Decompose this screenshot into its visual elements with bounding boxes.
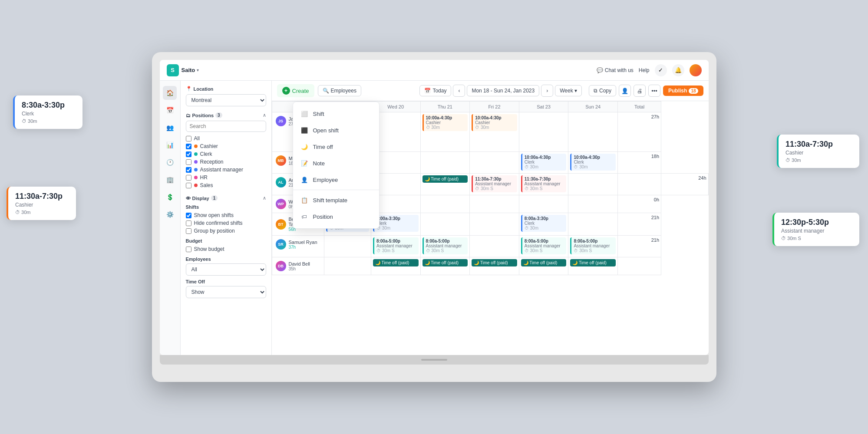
bell-button[interactable]: 🔔: [672, 64, 684, 76]
schedule-cell[interactable]: 11:30a-7:30p Assistant manager ⏱ 30m S: [470, 174, 519, 195]
more-button[interactable]: •••: [648, 85, 660, 97]
schedule-cell[interactable]: 8:00a-5:00p Assistant manager ⏱ 30m S: [519, 236, 568, 257]
shift-block[interactable]: 10:00a-4:30p Clerk ⏱ 30m: [570, 154, 616, 171]
shift-block[interactable]: 10:00a-4:30p Cashier ⏱ 30m: [422, 114, 468, 131]
schedule-cell[interactable]: [420, 152, 470, 174]
shift-block[interactable]: 8:00a-5:00p Assistant manager ⏱ 30m S: [422, 237, 468, 254]
schedule-cell[interactable]: 🌙 Time off (paid): [420, 257, 470, 275]
week-select[interactable]: Week ▾: [555, 85, 582, 96]
position-clerk[interactable]: Clerk: [186, 150, 266, 158]
schedule-cell[interactable]: [470, 236, 519, 257]
create-button[interactable]: + Create: [277, 84, 314, 97]
schedule-cell[interactable]: 10:00a-4:30p Cashier ⏱ 30m: [420, 112, 470, 152]
position-reception[interactable]: Reception: [186, 158, 266, 166]
schedule-cell[interactable]: 🌙 Time off (paid): [470, 257, 519, 275]
schedule-nav[interactable]: 📅: [163, 103, 177, 117]
schedule-cell[interactable]: [568, 195, 618, 213]
position-cashier[interactable]: Cashier: [186, 142, 266, 150]
schedule-cell[interactable]: 8:00a-3:30p Clerk ⏱ 30m: [519, 213, 568, 236]
shift-menu-item[interactable]: ⬜ Shift: [293, 105, 379, 122]
hide-confirmed-shifts-check[interactable]: Hide confirmed shifts: [186, 219, 266, 227]
display-collapse[interactable]: ∧: [263, 195, 266, 201]
next-week-button[interactable]: ›: [541, 85, 553, 97]
schedule-cell[interactable]: 8:00a-5:00p Assistant manager ⏱ 30m S: [568, 236, 618, 257]
settings-nav[interactable]: ⚙️: [163, 207, 177, 221]
schedule-cell[interactable]: [324, 257, 371, 275]
timeoff-filter[interactable]: Show: [186, 286, 266, 298]
time-off-menu-item[interactable]: 🌙 Time off: [293, 138, 379, 155]
schedule-cell[interactable]: 8:00a-5:00p Assistant manager ⏱ 30m S: [371, 236, 420, 257]
schedule-cell[interactable]: 8:00a-5:00p Assistant manager ⏱ 30m S: [420, 236, 470, 257]
employees-search-btn[interactable]: 🔍 Employees: [318, 85, 361, 96]
chart-nav[interactable]: 📊: [163, 138, 177, 152]
chat-button[interactable]: 💬 Chat with us: [597, 67, 634, 73]
shift-block[interactable]: 10:00a-4:30p Clerk ⏱ 30m: [521, 154, 567, 171]
schedule-cell[interactable]: 11:30a-7:30p Assistant manager ⏱ 30m S: [519, 174, 568, 195]
position-assistant-manager[interactable]: Assistant manager: [186, 166, 266, 174]
schedule-cell[interactable]: [519, 112, 568, 152]
copy-button[interactable]: ⧉ Copy: [589, 85, 616, 96]
home-nav[interactable]: 🏠: [163, 86, 177, 100]
dollar-nav[interactable]: 💲: [163, 190, 177, 204]
schedule-cell[interactable]: 10:00a-4:30p Clerk ⏱ 30m: [519, 152, 568, 174]
people-nav[interactable]: 👥: [163, 121, 177, 135]
timeoff-block[interactable]: 🌙 Time off (paid): [422, 175, 468, 183]
timeoff-block[interactable]: 🌙 Time off (paid): [472, 259, 517, 266]
show-budget-check[interactable]: Show budget: [186, 245, 266, 253]
schedule-cell[interactable]: [420, 213, 470, 236]
position-hr[interactable]: HR: [186, 174, 266, 181]
shift-block[interactable]: 8:00a-3:30p Clerk ⏱ 30m: [521, 215, 567, 232]
employee-menu-item[interactable]: 👤 Employee: [293, 171, 379, 188]
clock-nav[interactable]: 🕐: [163, 155, 177, 169]
schedule-cell[interactable]: [470, 213, 519, 236]
schedule-cell[interactable]: 🌙 Time off (paid): [568, 257, 618, 275]
schedule-cell[interactable]: [519, 195, 568, 213]
timeoff-block[interactable]: 🌙 Time off (paid): [570, 259, 616, 266]
user-avatar[interactable]: [690, 64, 702, 76]
timeoff-block[interactable]: 🌙 Time off (paid): [373, 259, 419, 266]
location-select[interactable]: Montreal: [186, 94, 266, 106]
timeoff-block[interactable]: 🌙 Time off (paid): [422, 259, 468, 266]
print-button[interactable]: 🖨: [634, 85, 646, 97]
org-nav[interactable]: 🏢: [163, 173, 177, 187]
schedule-cell[interactable]: [568, 213, 618, 236]
schedule-cell[interactable]: 🌙 Time off (paid): [420, 174, 470, 195]
schedule-cell[interactable]: 10:00a-4:30p Clerk ⏱ 30m: [568, 152, 618, 174]
schedule-cell[interactable]: [420, 195, 470, 213]
timeoff-block[interactable]: 🌙 Time off (paid): [521, 259, 567, 266]
open-shift-menu-item[interactable]: ⬛ Open shift: [293, 122, 379, 138]
help-button[interactable]: Help: [639, 67, 650, 73]
position-sales[interactable]: Sales: [186, 181, 266, 189]
employees-filter[interactable]: All: [186, 263, 266, 276]
shift-template-menu-item[interactable]: 📋 Shift template: [293, 192, 379, 208]
shift-block[interactable]: 8:00a-5:00p Assistant manager ⏱ 30m S: [373, 237, 419, 254]
check-button[interactable]: ✓: [655, 64, 667, 76]
positions-collapse[interactable]: ∧: [263, 112, 266, 118]
schedule-cell[interactable]: [470, 195, 519, 213]
shift-block[interactable]: 8:00a-3:30p Clerk ⏱ 30m: [373, 215, 419, 232]
schedule-cell[interactable]: [324, 236, 371, 257]
shift-block[interactable]: 11:30a-7:30p Assistant manager ⏱ 30m S: [472, 175, 517, 192]
prev-week-button[interactable]: ‹: [453, 85, 465, 97]
shift-block[interactable]: 10:00a-4:30p Cashier ⏱ 30m: [472, 114, 517, 131]
schedule-cell[interactable]: 10:00a-4:30p Cashier ⏱ 30m: [470, 112, 519, 152]
schedule-cell[interactable]: [568, 112, 618, 152]
date-range-display[interactable]: Mon 18 - Sun 24, Jan 2023: [467, 85, 539, 96]
brand-chevron[interactable]: ▾: [197, 68, 199, 72]
publish-button[interactable]: Publish 18: [663, 85, 703, 96]
today-button[interactable]: 📅 Today: [419, 85, 451, 96]
group-by-position-check[interactable]: Group by position: [186, 227, 266, 235]
shift-block[interactable]: 8:00a-5:00p Assistant manager ⏱ 30m S: [570, 237, 616, 254]
shift-block[interactable]: 8:00a-5:00p Assistant manager ⏱ 30m S: [521, 237, 567, 254]
schedule-cell[interactable]: 🌙 Time off (paid): [519, 257, 568, 275]
shift-block[interactable]: 11:30a-7:30p Assistant manager ⏱ 30m S: [521, 175, 567, 192]
user-tool-button[interactable]: 👤: [619, 85, 631, 97]
position-all[interactable]: All: [186, 135, 266, 142]
show-open-shifts-check[interactable]: Show open shifts: [186, 211, 266, 219]
note-menu-item[interactable]: 📝 Note: [293, 155, 379, 171]
positions-search[interactable]: [186, 121, 266, 132]
schedule-cell[interactable]: [568, 174, 618, 195]
schedule-cell[interactable]: 🌙 Time off (paid): [371, 257, 420, 275]
position-menu-item[interactable]: 🏷 Position: [293, 208, 379, 225]
schedule-cell[interactable]: [618, 174, 661, 195]
